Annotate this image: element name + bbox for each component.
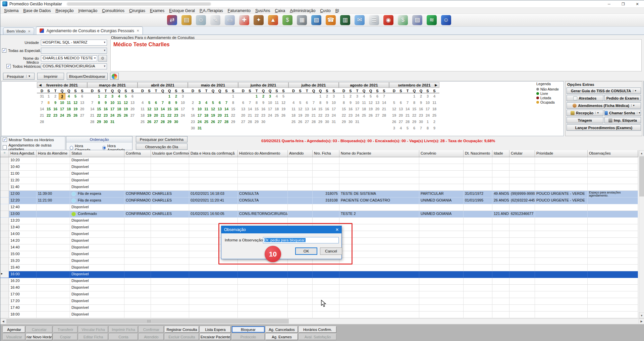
nome-medico-select[interactable]: CHARLLES MEDICO TESTE ▼ xyxy=(41,55,97,61)
row-selector-cell[interactable] xyxy=(0,191,9,197)
tab-bem-vindo[interactable]: Bem Vindo ✕ xyxy=(3,27,34,35)
criar-novo-hor-rio-button[interactable]: Criar Novo Horário xyxy=(26,334,52,340)
calendar-day[interactable]: 2 xyxy=(102,93,109,100)
calendar-day[interactable]: 20 xyxy=(153,112,159,119)
calendar-day[interactable]: 5 xyxy=(146,100,153,106)
cancel-button[interactable]: Cancel xyxy=(320,247,342,255)
access-user-icon[interactable]: ☺ xyxy=(441,15,451,25)
ag-exames-button[interactable]: Ag. Exames xyxy=(266,334,298,340)
imp-etiqueta-button[interactable]: Imp. Etiqueta xyxy=(604,117,641,123)
calendar-day[interactable]: 9 xyxy=(102,100,109,106)
calendar-day[interactable]: 1 xyxy=(253,93,260,100)
column-header[interactable]: Dt. Nascimento xyxy=(464,150,492,157)
table-row-18-00[interactable]: 18:00Disponível xyxy=(0,311,644,318)
calendar-day[interactable]: 15 xyxy=(96,106,102,112)
row-selector-cell[interactable] xyxy=(0,244,9,251)
table-row-15-40[interactable]: 15:40Disponível xyxy=(0,265,644,271)
imprimir-button[interactable]: Imprimir xyxy=(37,73,64,80)
row-selector-cell[interactable] xyxy=(0,197,9,204)
encaixar-paciente-button[interactable]: Encaixar Paciente xyxy=(200,334,231,340)
table-row-10-40[interactable]: 10:40Disponível xyxy=(0,164,644,171)
calendar-day[interactable]: 6 xyxy=(216,100,223,106)
menu-item-base-de-dados[interactable]: Base de Dados xyxy=(21,8,53,13)
contract-icon[interactable]: ✎ xyxy=(210,15,220,25)
current-row-indicator[interactable]: ▸ xyxy=(0,271,9,278)
calendar-day[interactable]: 11 xyxy=(116,100,122,106)
column-header[interactable]: Confirma xyxy=(124,150,151,157)
menu-item-sus-ans[interactable]: Sus/Ans xyxy=(253,8,273,13)
hor-rios-confirm--button[interactable]: Horários Confirm. xyxy=(299,326,336,333)
calendar-day[interactable]: 5 xyxy=(122,93,129,100)
calendar-day[interactable]: 1 xyxy=(96,93,102,100)
calendar-day[interactable]: 23 xyxy=(52,112,59,119)
medico-config-button[interactable]: ⚙ xyxy=(98,55,107,62)
especialidade-select[interactable]: ▼ xyxy=(41,48,107,54)
tab-close-icon[interactable]: ✕ xyxy=(28,30,31,33)
chat-bubble-icon[interactable]: ✉ xyxy=(355,15,365,25)
bloquear-button[interactable]: Bloquear xyxy=(232,326,265,333)
row-selector-cell[interactable] xyxy=(0,311,9,318)
calendar-day[interactable]: 6 xyxy=(153,100,159,106)
row-selector-cell[interactable] xyxy=(0,251,9,258)
calendar-day[interactable]: 16 xyxy=(102,106,109,112)
reports-chart-icon[interactable]: ▧ xyxy=(311,15,321,25)
dialog-close-icon[interactable]: ✕ xyxy=(335,227,339,232)
observacao-dia-button[interactable]: Observação do Dia xyxy=(136,144,187,150)
row-selector-cell[interactable] xyxy=(0,204,9,211)
table-row-16-40[interactable]: 16:40Disponível xyxy=(0,285,644,291)
calendar-day[interactable]: 30 xyxy=(173,119,179,125)
calendar-day[interactable]: 1 xyxy=(166,93,173,100)
calendar-day[interactable]: 31 xyxy=(196,125,203,131)
table-row-12-20[interactable]: 12:2011:21:00Fila de esperaCONFIRMADOCHA… xyxy=(0,197,644,204)
chart-pie-button[interactable] xyxy=(110,73,119,80)
calendar-day[interactable]: 16 xyxy=(52,106,59,112)
menu-item-custo[interactable]: Custo xyxy=(318,8,333,13)
row-selector-cell[interactable] xyxy=(0,184,9,191)
calendar-day[interactable]: 16 xyxy=(173,106,179,112)
row-selector-cell[interactable] xyxy=(0,291,9,298)
calendar-day[interactable]: 25 xyxy=(65,112,72,119)
calendar-day[interactable]: 22 xyxy=(166,112,173,119)
menu-item-consult-rios[interactable]: Consultórios xyxy=(100,8,127,13)
calendar-day[interactable]: 12 xyxy=(72,100,79,106)
power-icon[interactable]: ◉ xyxy=(383,15,393,25)
calendar-day[interactable]: 9 xyxy=(173,100,179,106)
calendar-day[interactable]: 28 xyxy=(159,119,166,125)
column-header[interactable]: Data e Hora da confirmaçã xyxy=(189,150,238,157)
pesquisar-button[interactable]: Pesquisar ▼ xyxy=(3,73,35,80)
table-row-11-00[interactable]: 11:00Disponível xyxy=(0,171,644,177)
row-selector-cell[interactable] xyxy=(0,258,9,265)
calendar-day[interactable]: 14 xyxy=(159,106,166,112)
column-header[interactable]: Nro. Ficha xyxy=(313,150,339,157)
transfer-patients-icon[interactable]: ⇄ xyxy=(167,15,177,25)
calendar-day[interactable]: 15 xyxy=(166,106,173,112)
pesquisar-carteirinha-button[interactable]: Pesquisar por Carteirinha xyxy=(136,136,187,143)
horizontal-scrollbar[interactable]: ◀ ▶ xyxy=(0,318,644,324)
scroll-down-icon[interactable]: ▼ xyxy=(639,312,644,318)
calendar-day[interactable]: 17 xyxy=(59,106,65,112)
table-row-10-20[interactable]: 10:20Disponível xyxy=(0,157,644,164)
calendar-day[interactable]: 10 xyxy=(59,100,65,106)
calendar-day[interactable]: 19 xyxy=(210,112,216,119)
observacoes-panel[interactable]: Médico Teste Charlles xyxy=(110,39,642,71)
row-selector-cell[interactable] xyxy=(0,218,9,224)
calendar-day[interactable]: 8 xyxy=(96,100,102,106)
column-header[interactable]: Nome do Paciente xyxy=(339,150,419,157)
column-header[interactable]: Prioridade xyxy=(535,150,588,157)
table-row-11-20[interactable]: 11:20Disponível xyxy=(0,177,644,184)
table-row-11-40[interactable]: 11:40Disponível xyxy=(0,184,644,191)
atendimentos-button[interactable]: Atendimentos (Ficha Médica) ▼ xyxy=(567,102,641,109)
calendar-day[interactable]: 29 xyxy=(166,119,173,125)
calendar-day[interactable]: 17 xyxy=(196,112,203,119)
calendar-day[interactable]: 18 xyxy=(116,106,122,112)
calendar-next-icon[interactable]: ▶ xyxy=(435,83,437,87)
doctor-icon[interactable]: ☺ xyxy=(196,15,206,25)
calendar-day[interactable]: 26 xyxy=(210,119,216,125)
menu-item-caixa[interactable]: Caixa xyxy=(273,8,288,13)
calendar-day[interactable]: 19 xyxy=(72,106,79,112)
column-header[interactable]: Celular xyxy=(509,150,535,157)
calendar-day[interactable]: 4 xyxy=(116,93,122,100)
vertical-scroll-thumb[interactable] xyxy=(639,156,644,196)
calendar-day[interactable]: 4 xyxy=(65,93,72,100)
row-selector-cell[interactable] xyxy=(0,298,9,305)
